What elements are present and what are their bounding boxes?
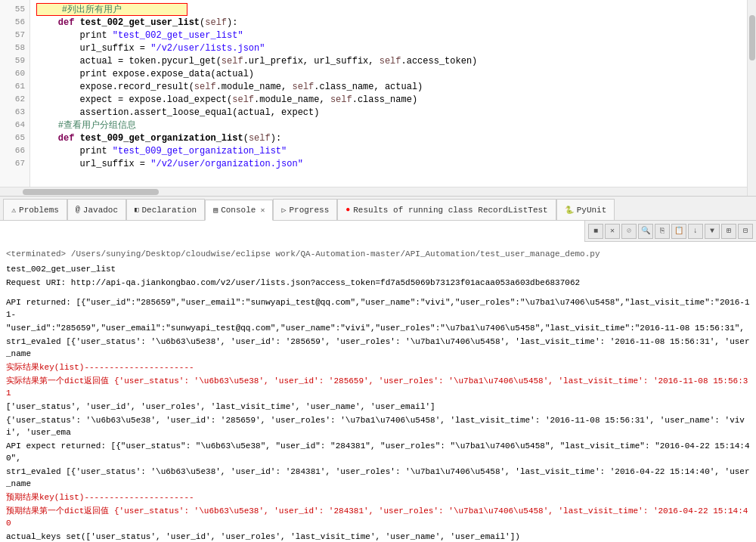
- code-line-55: #列出所有用户: [36, 3, 187, 16]
- pyunit-icon: 🐍: [565, 206, 574, 215]
- code-line-62: expect = expose.load_expect(self.module_…: [36, 94, 741, 107]
- user-status-line: {'user_status': '\u6b63\u5e38', 'user_id…: [6, 414, 750, 438]
- tab-javadoc[interactable]: @ Javadoc: [67, 199, 126, 220]
- code-line-59: actual = token.pycurl_get(self.url_prefi…: [36, 55, 741, 68]
- toolbar-down-btn[interactable]: ↓: [688, 224, 703, 239]
- api-returned-1: API returned: [{"user_id":"285659","user…: [6, 296, 750, 321]
- code-content: #列出所有用户 def test_002_get_user_list(self)…: [30, 0, 747, 196]
- expected-dict-line: 预期结果第一个dict返回值 {'user_status': '\u6b63\u…: [6, 505, 750, 529]
- api-returned-2: "user_id":"285659","user_email":"sunwyap…: [6, 322, 750, 334]
- code-line-57: print "test_002_get_user_list": [36, 29, 741, 42]
- console-output[interactable]: ■ ✕ ⊘ 🔍 ⎘ 📋 ↓ ▼ ⊞ ⊟ <terminated> /Users/…: [0, 221, 756, 542]
- tab-console[interactable]: ▤ Console ✕: [205, 200, 273, 221]
- console-close-icon[interactable]: ✕: [260, 206, 265, 215]
- toolbar-copy-btn[interactable]: ⎘: [655, 224, 670, 239]
- actual-result-key-header: 实际结果key(list)----------------------: [6, 361, 750, 373]
- terminated-line: <terminated> /Users/sunying/Desktop/clou…: [6, 248, 750, 260]
- code-line-67: url_suffix = "/v2/user/organization.json…: [36, 158, 741, 171]
- toolbar-stop-btn[interactable]: ■: [588, 224, 603, 239]
- tab-problems-label: Problems: [19, 206, 59, 215]
- api-expect-returned: API expect returned: [{"user_status": "\…: [6, 440, 750, 464]
- actual-keys-set: actual_keys set(['user_status', 'user_id…: [6, 531, 750, 542]
- code-line-58: url_suffix = "/v2/user/lists.json": [36, 42, 741, 55]
- tab-problems[interactable]: ⚠ Problems: [3, 199, 67, 220]
- code-line-56: def test_002_get_user_list(self):: [36, 17, 741, 29]
- expected-result-key-header: 预期结果key(list)----------------------: [6, 491, 750, 503]
- str1-evaled-2: str1_evaled [{'user_status': '\u6b63\u5e…: [6, 466, 750, 490]
- tab-pyunit[interactable]: 🐍 PyUnit: [556, 199, 615, 220]
- problems-icon: ⚠: [11, 206, 16, 215]
- actual-keys-list: ['user_status', 'user_id', 'user_roles',…: [6, 401, 750, 413]
- code-line-64: #查看用户分组信息: [36, 119, 741, 132]
- tab-pyunit-label: PyUnit: [577, 206, 607, 215]
- console-text-content: <terminated> /Users/sunying/Desktop/clou…: [6, 225, 750, 542]
- tab-declaration[interactable]: ◧ Declaration: [126, 199, 205, 220]
- scrollbar-thumb[interactable]: [749, 15, 755, 60]
- console-toolbar: ■ ✕ ⊘ 🔍 ⎘ 📋 ↓ ▼ ⊞ ⊟: [584, 221, 756, 242]
- code-line-61: expose.record_result(self.module_name, s…: [36, 81, 741, 94]
- toolbar-plus-btn[interactable]: ⊞: [721, 224, 736, 239]
- toolbar-search-btn[interactable]: 🔍: [638, 224, 653, 239]
- tab-results-label: Results of running class RecordListTest: [353, 206, 547, 215]
- code-line-60: print expose.expose_data(actual): [36, 68, 741, 81]
- code-line-66: print "test_009_get_organization_list": [36, 145, 741, 158]
- toolbar-paste-btn[interactable]: 📋: [671, 224, 686, 239]
- test-name-line: test_002_get_user_list: [6, 263, 750, 275]
- request-uri-line: Request URI: http://api-qa.jiankongbao.c…: [6, 277, 750, 289]
- toolbar-cancel-btn[interactable]: ⊘: [621, 224, 637, 239]
- console-icon: ▤: [213, 206, 218, 215]
- tab-bar: ⚠ Problems @ Javadoc ◧ Declaration ▤ Con…: [0, 197, 756, 221]
- tab-declaration-label: Declaration: [142, 206, 197, 215]
- code-line-63: assertion.assert_loose_equal(actual, exp…: [36, 107, 741, 119]
- toolbar-minus-btn[interactable]: ⊟: [738, 224, 753, 239]
- toolbar-expand-btn[interactable]: ▼: [705, 224, 720, 239]
- code-editor: 55 56 57 58 59 60 61 62 63 64 65 66 67 #…: [0, 0, 756, 197]
- str1-evaled: str1_evaled [{'user_status': '\u6b63\u5e…: [6, 336, 750, 360]
- line-numbers: 55 56 57 58 59 60 61 62 63 64 65 66 67: [0, 0, 30, 196]
- javadoc-icon: @: [76, 206, 80, 214]
- tab-console-label: Console: [221, 206, 256, 215]
- code-line-65: def test_009_get_organization_list(self)…: [36, 132, 741, 145]
- actual-dict-line: 实际结果第一个dict返回值 {'user_status': '\u6b63\u…: [6, 375, 750, 399]
- horizontal-scrollbar[interactable]: [0, 187, 747, 196]
- progress-icon: ▷: [281, 206, 286, 215]
- tab-progress-label: Progress: [289, 206, 329, 215]
- toolbar-clear-btn[interactable]: ✕: [605, 224, 620, 239]
- tab-javadoc-label: Javadoc: [83, 206, 118, 215]
- declaration-icon: ◧: [135, 206, 138, 214]
- vertical-scrollbar[interactable]: [747, 0, 756, 196]
- tab-results[interactable]: ● Results of running class RecordListTes…: [337, 199, 556, 220]
- results-icon: ●: [345, 206, 350, 214]
- scrollbar-h-thumb[interactable]: [23, 189, 159, 195]
- tab-progress[interactable]: ▷ Progress: [273, 199, 337, 220]
